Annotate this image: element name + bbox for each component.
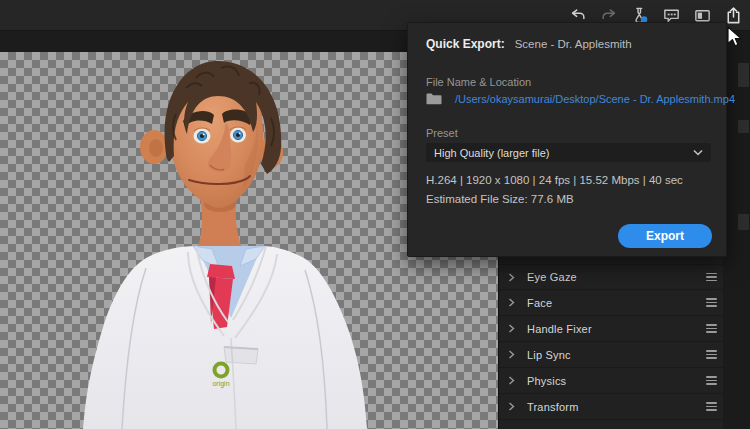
edge-panel-block <box>738 214 749 230</box>
quick-export-title-label: Quick Export: <box>426 37 505 51</box>
behavior-row-eye-gaze[interactable]: Eye Gaze <box>499 264 723 290</box>
mouse-pointer-icon <box>727 26 743 52</box>
edge-panel-block <box>738 120 749 133</box>
behavior-label: Lip Sync <box>527 349 571 361</box>
behavior-label: Eye Gaze <box>527 271 577 283</box>
chevron-right-icon <box>508 273 515 282</box>
file-path-link[interactable]: /Users/okaysamurai/Desktop/Scene - Dr. A… <box>455 93 735 105</box>
behavior-menu-icon[interactable] <box>706 298 717 307</box>
behavior-row-lip-sync[interactable]: Lip Sync <box>499 342 723 368</box>
preset-dropdown[interactable]: High Quality (larger file) <box>426 143 711 162</box>
edge-panel-block <box>738 63 749 87</box>
character-coat-logo-text: origin <box>212 380 229 388</box>
export-button[interactable]: Export <box>618 224 712 248</box>
behavior-menu-icon[interactable] <box>706 376 717 385</box>
folder-icon <box>426 93 442 105</box>
behavior-label: Physics <box>527 375 566 387</box>
export-specs-line: H.264 | 1920 x 1080 | 24 fps | 15.52 Mbp… <box>426 174 683 186</box>
behavior-menu-icon[interactable] <box>706 402 717 411</box>
chevron-down-icon <box>693 149 703 156</box>
quick-export-popup: Quick Export: Scene - Dr. Applesmith Fil… <box>407 22 727 257</box>
behavior-row-handle-fixer[interactable]: Handle Fixer <box>499 316 723 342</box>
preset-value: High Quality (larger file) <box>434 147 693 159</box>
behavior-label: Handle Fixer <box>527 323 592 335</box>
behavior-menu-icon[interactable] <box>706 324 717 333</box>
chevron-right-icon <box>508 376 515 385</box>
app-window: origin Eye Gaze Face Handle Fixer <box>0 0 750 429</box>
chevron-right-icon <box>508 402 515 411</box>
behavior-label: Face <box>527 297 552 309</box>
quick-export-scene-name: Scene - Dr. Applesmith <box>515 38 632 50</box>
chevron-right-icon <box>508 324 515 333</box>
behavior-row-physics[interactable]: Physics <box>499 368 723 394</box>
behavior-label: Transform <box>527 401 579 413</box>
preset-label: Preset <box>426 127 458 139</box>
behavior-row-transform[interactable]: Transform <box>499 394 723 420</box>
behavior-menu-icon[interactable] <box>706 350 717 359</box>
file-location-label: File Name & Location <box>426 76 531 88</box>
behaviors-panel: Eye Gaze Face Handle Fixer Lip Sync Phys… <box>498 257 723 429</box>
chevron-right-icon <box>508 350 515 359</box>
quick-export-title: Quick Export: Scene - Dr. Applesmith <box>426 37 632 51</box>
behavior-menu-icon[interactable] <box>706 273 717 282</box>
file-path-row: /Users/okaysamurai/Desktop/Scene - Dr. A… <box>426 93 735 105</box>
behavior-row-face[interactable]: Face <box>499 290 723 316</box>
chevron-right-icon <box>508 298 515 307</box>
estimated-file-size: Estimated File Size: 77.6 MB <box>426 193 574 205</box>
